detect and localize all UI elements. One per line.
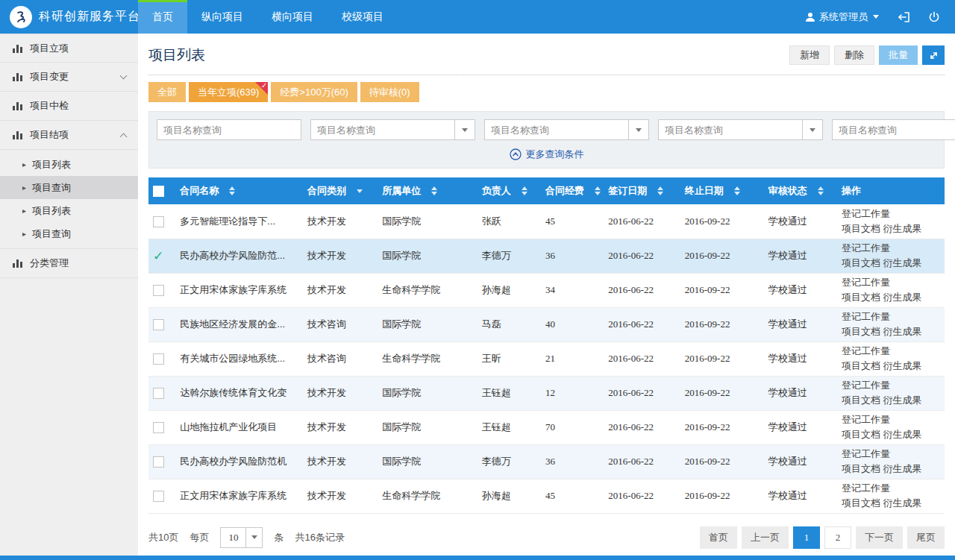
filter-tab[interactable]: 全部 xyxy=(148,82,186,102)
op-derived-results-link[interactable]: 衍生成果 xyxy=(883,463,922,474)
op-project-docs-link[interactable]: 项目文档 xyxy=(842,292,880,303)
sort-icon[interactable] xyxy=(657,186,663,195)
batch-button[interactable]: 批量 xyxy=(879,45,918,65)
column-header[interactable]: 合同名称 xyxy=(175,177,303,204)
column-header[interactable]: 负责人 xyxy=(478,177,541,204)
sidebar-item[interactable]: 分类管理 xyxy=(0,249,138,278)
table-row[interactable]: ✓ 正文用宋体家族字库系统 技术开发 生命科学学院 孙海超 45 2016-06… xyxy=(148,479,945,513)
row-checkbox[interactable] xyxy=(153,422,164,433)
pagination-button[interactable]: 2 xyxy=(824,526,851,549)
op-project-docs-link[interactable]: 项目文档 xyxy=(842,223,880,234)
filter-tab[interactable]: 经费>100万(60) xyxy=(271,82,357,102)
filter-tab[interactable]: 当年立项(639) ✓ xyxy=(189,82,268,102)
op-derived-results-link[interactable]: 衍生成果 xyxy=(883,292,922,303)
table-row[interactable]: ✓ 民办高校办学风险防范... 技术开发 国际学院 李德万 36 2016-06… xyxy=(148,239,945,273)
select-all-checkbox[interactable] xyxy=(153,186,164,197)
more-conditions-link[interactable]: 更多查询条件 xyxy=(510,148,584,161)
sidebar-subitem[interactable]: ▸ 项目列表 xyxy=(0,199,138,222)
op-register-workload-link[interactable]: 登记工作量 xyxy=(842,311,890,322)
dropdown-caret-icon[interactable] xyxy=(628,120,648,139)
op-derived-results-link[interactable]: 衍生成果 xyxy=(883,497,922,509)
pagination-button[interactable]: 1 xyxy=(793,526,820,549)
table-row[interactable]: ✓ 正文用宋体家族字库系统 技术开发 生命科学学院 孙海超 34 2016-06… xyxy=(148,273,945,307)
column-header[interactable]: 合同类别 xyxy=(303,177,378,204)
search-input[interactable] xyxy=(659,120,802,139)
column-header[interactable]: 所属单位 xyxy=(378,177,477,204)
op-project-docs-link[interactable]: 项目文档 xyxy=(842,257,880,268)
op-register-workload-link[interactable]: 登记工作量 xyxy=(842,208,890,219)
sidebar-item[interactable]: 项目结项 xyxy=(0,121,138,150)
op-project-docs-link[interactable]: 项目文档 xyxy=(842,429,880,440)
search-field[interactable] xyxy=(310,119,475,140)
nav-tab[interactable]: 横向项目 xyxy=(257,0,328,34)
column-header[interactable]: 终止日期 xyxy=(680,177,764,204)
row-checkbox[interactable] xyxy=(153,491,164,502)
sort-icon[interactable] xyxy=(431,186,437,195)
op-register-workload-link[interactable]: 登记工作量 xyxy=(842,345,890,356)
op-register-workload-link[interactable]: 登记工作量 xyxy=(842,242,890,254)
filter-tab[interactable]: 待审核(0) xyxy=(360,82,419,102)
sidebar-item[interactable]: 项目变更 xyxy=(0,63,138,92)
nav-tab[interactable]: 首页 xyxy=(138,0,187,34)
row-checkbox[interactable] xyxy=(153,388,164,399)
dropdown-caret-icon[interactable] xyxy=(454,120,475,139)
sidebar-subitem[interactable]: ▸ 项目查询 xyxy=(0,176,138,199)
search-input[interactable] xyxy=(311,120,454,139)
op-register-workload-link[interactable]: 登记工作量 xyxy=(842,380,890,391)
row-checkbox[interactable] xyxy=(153,216,164,227)
expand-button[interactable] xyxy=(922,45,945,65)
op-derived-results-link[interactable]: 衍生成果 xyxy=(883,257,922,268)
op-register-workload-link[interactable]: 登记工作量 xyxy=(842,414,890,425)
search-input[interactable] xyxy=(157,120,301,139)
sidebar-subitem[interactable]: ▸ 项目列表 xyxy=(0,153,138,176)
switch-account-button[interactable] xyxy=(897,11,910,23)
per-page-select[interactable]: 10 xyxy=(220,527,263,548)
search-field[interactable] xyxy=(832,119,955,140)
op-project-docs-link[interactable]: 项目文档 xyxy=(842,360,880,371)
sort-icon[interactable] xyxy=(818,186,824,195)
sort-icon[interactable] xyxy=(357,189,363,193)
row-checkbox[interactable] xyxy=(153,319,164,330)
row-checkbox[interactable] xyxy=(153,353,164,365)
pagination-button[interactable]: 下一页 xyxy=(856,526,903,549)
table-row[interactable]: ✓ 有关城市公园绿地系统... 技术咨询 生命科学学院 王昕 21 2016-0… xyxy=(148,342,945,376)
op-register-workload-link[interactable]: 登记工作量 xyxy=(842,277,890,288)
op-derived-results-link[interactable]: 衍生成果 xyxy=(883,429,922,440)
logout-button[interactable] xyxy=(928,11,940,23)
add-button[interactable]: 新增 xyxy=(789,45,830,65)
op-project-docs-link[interactable]: 项目文档 xyxy=(842,463,880,474)
search-field[interactable] xyxy=(658,119,823,140)
user-menu[interactable]: 系统管理员 xyxy=(805,10,879,24)
sidebar-subitem[interactable]: ▸ 项目查询 xyxy=(0,222,138,245)
pagination-button[interactable]: 上一页 xyxy=(742,526,789,549)
table-row[interactable]: ✓ 民办高校办学风险防范机 技术开发 国际学院 李德万 36 2016-06-2… xyxy=(148,444,945,479)
pagination-button[interactable]: 首页 xyxy=(700,526,737,549)
op-register-workload-link[interactable]: 登记工作量 xyxy=(842,482,890,494)
column-header[interactable]: 合同经费 xyxy=(541,177,604,204)
column-header[interactable]: 操作 xyxy=(837,177,945,204)
op-register-workload-link[interactable]: 登记工作量 xyxy=(842,448,890,459)
table-row[interactable]: ✓ 多元智能理论指导下... 技术开发 国际学院 张跃 45 2016-06-2… xyxy=(148,204,945,239)
column-header[interactable]: 签订日期 xyxy=(604,177,680,204)
sort-icon[interactable] xyxy=(229,186,235,195)
table-row[interactable]: ✓ 山地拖拉机产业化项目 技术开发 国际学院 王钰超 70 2016-06-22… xyxy=(148,410,945,444)
sort-icon[interactable] xyxy=(522,186,527,195)
op-derived-results-link[interactable]: 衍生成果 xyxy=(883,360,922,371)
op-project-docs-link[interactable]: 项目文档 xyxy=(842,326,880,337)
op-derived-results-link[interactable]: 衍生成果 xyxy=(883,223,922,234)
sort-icon[interactable] xyxy=(734,186,740,195)
pagination-button[interactable]: 尾页 xyxy=(907,526,945,549)
op-project-docs-link[interactable]: 项目文档 xyxy=(842,497,880,509)
nav-tab[interactable]: 校级项目 xyxy=(328,0,398,34)
row-checkbox[interactable] xyxy=(153,456,164,468)
green-check-icon[interactable]: ✓ xyxy=(153,249,163,263)
row-checkbox[interactable] xyxy=(153,285,164,296)
sidebar-item[interactable]: 项目中检 xyxy=(0,92,138,121)
sidebar-item[interactable]: 项目立项 xyxy=(0,34,138,63)
search-input[interactable] xyxy=(833,120,955,139)
table-row[interactable]: ✓ 民族地区经济发展的金... 技术咨询 国际学院 马磊 40 2016-06-… xyxy=(148,307,945,342)
column-header[interactable]: 审核状态 xyxy=(764,177,837,204)
search-input[interactable] xyxy=(485,120,628,139)
nav-tab[interactable]: 纵向项目 xyxy=(187,0,257,34)
search-field[interactable] xyxy=(157,119,301,140)
